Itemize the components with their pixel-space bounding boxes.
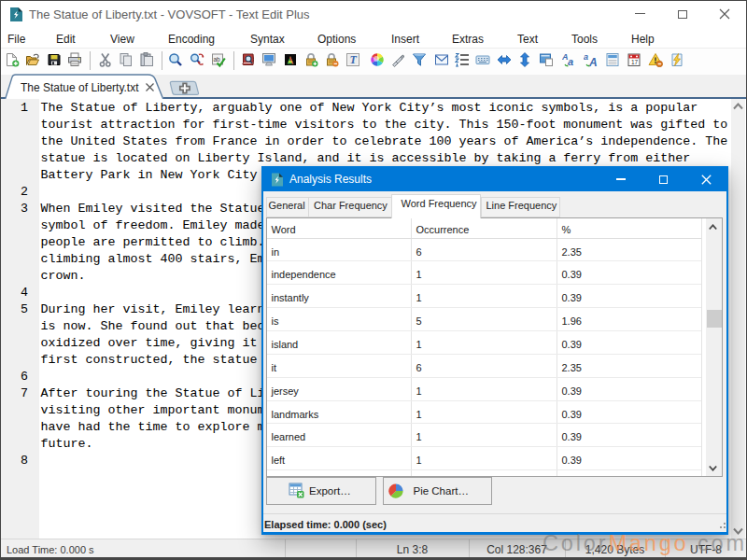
- svg-text:A: A: [588, 56, 598, 68]
- svg-text:a: a: [584, 52, 588, 62]
- svg-text:ab: ab: [213, 56, 220, 63]
- svg-text:17: 17: [631, 59, 639, 65]
- svg-text:a: a: [568, 56, 573, 67]
- svg-text:T: T: [350, 53, 358, 66]
